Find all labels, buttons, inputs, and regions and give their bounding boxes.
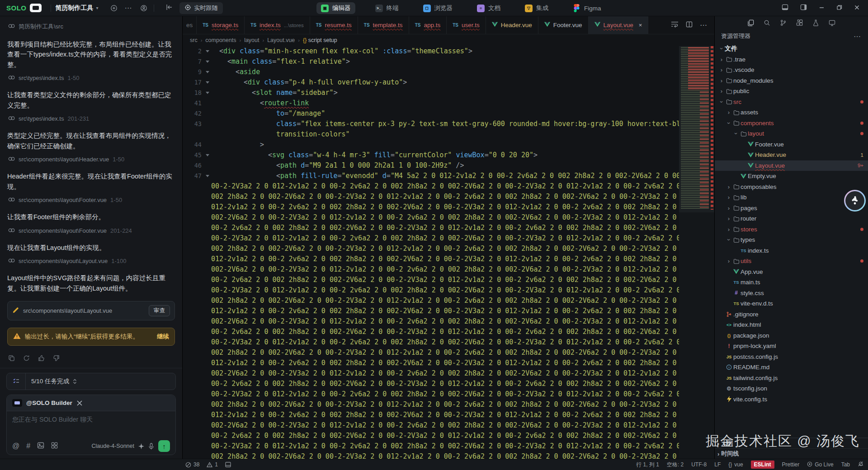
open-editors-icon[interactable]	[686, 21, 693, 29]
tree-item-index.html[interactable]: <>index.html	[715, 320, 868, 330]
code-line[interactable]: 00-2-2V3a2 2 0 012-2v1a2 2 0 00-2 2v6a2 …	[183, 389, 679, 400]
code-line[interactable]: 002 2h8a2 2 0 002-2V6a2 2 0 00-2-2V3a2 2…	[183, 451, 679, 459]
project-name[interactable]: 简历制作工具	[56, 4, 94, 12]
file-reference[interactable]: src\components\layout\Layout.vue1-100	[8, 258, 175, 264]
mode-tab-文档[interactable]: ≡文档	[472, 2, 505, 14]
code-line[interactable]: 17<div class="p-4 h-full overflow-y-auto…	[183, 77, 679, 88]
tree-section-files[interactable]: ›文件	[715, 43, 868, 54]
chevron-right-icon[interactable]: ›	[726, 226, 732, 233]
code-line[interactable]: 012-2v1a2 2 0 00-2 2v6a2 2 0 002 2h8a2 2…	[183, 410, 679, 420]
editor-tab-app.ts[interactable]: TSapp.ts	[409, 16, 447, 34]
tree-item-.gitignore[interactable]: .gitignore	[715, 309, 868, 320]
tree-item-src[interactable]: ›src	[715, 97, 868, 108]
chevron-right-icon[interactable]: ›	[726, 258, 732, 264]
tree-item-Header.vue[interactable]: Header.vue1	[715, 150, 868, 160]
editor-tab-template.ts[interactable]: TStemplate.ts	[358, 16, 409, 34]
breadcrumb-item[interactable]: layout	[244, 37, 259, 43]
code-line[interactable]: 18<slot name="sidebar">	[183, 88, 679, 98]
file-reference[interactable]: src\types\index.ts201-231	[8, 115, 175, 122]
mode-tab-编辑器[interactable]: ▣编辑器	[316, 2, 355, 14]
tree-item-assets[interactable]: ›assets	[715, 107, 868, 118]
editor-tab-user.ts[interactable]: TSuser.ts	[447, 16, 486, 34]
tree-item-tsconfig.json[interactable]: ⚙tsconfig.json	[715, 383, 868, 394]
tree-item-index.ts[interactable]: TSindex.ts	[715, 245, 868, 256]
editor-tab-storage.ts[interactable]: TSstorage.ts	[197, 16, 245, 34]
test-beaker-icon[interactable]	[812, 19, 819, 28]
fold-icon[interactable]	[203, 46, 211, 56]
code-line[interactable]: 002 2h8a2 2 0 002-2V6a2 2 0 00-2-2V3a2 2…	[183, 296, 679, 306]
search-icon[interactable]	[764, 19, 770, 28]
minimap[interactable]	[679, 46, 714, 459]
status-Tab[interactable]: Tab	[841, 461, 850, 468]
tree-item-Footer.vue[interactable]: Footer.vue	[715, 139, 868, 150]
chevron-right-icon[interactable]: ›	[718, 56, 725, 63]
breadcrumb[interactable]: src›components›layout›Layout.vue›{} scri…	[183, 34, 714, 46]
file-reference[interactable]: src\components\layout\Footer.vue201-224	[8, 227, 175, 234]
status-Go Live[interactable]: Go Live	[807, 461, 833, 468]
problems-errors[interactable]: 38	[185, 461, 199, 468]
fold-icon[interactable]	[203, 77, 211, 88]
image-icon[interactable]	[37, 442, 44, 451]
editor-tab-index.ts[interactable]: TSindex.ts...\stores	[245, 16, 310, 34]
edited-file-card[interactable]: src\components\layout\Layout.vue审查	[7, 301, 175, 320]
breadcrumb-item[interactable]: Layout.vue	[267, 37, 295, 43]
tree-item-App.vue[interactable]: App.vue	[715, 267, 868, 277]
panel-bottom-icon[interactable]	[782, 4, 788, 12]
tree-item-types[interactable]: ›types	[715, 235, 868, 245]
sparkle-icon[interactable]	[138, 443, 144, 449]
code-line[interactable]: 012-2v1a2 2 0 00-2 2v6a2 2 0 002 2h8a2 2…	[183, 306, 679, 316]
code-line[interactable]: 00-2 2v6a2 2 0 002 2h8a2 2 0 002-2V6a2 2…	[183, 327, 679, 337]
status-空格: 2[interactable]: 空格: 2	[667, 461, 684, 469]
live-follow-button[interactable]: 实时跟随	[179, 2, 223, 14]
task-progress-bar[interactable]: 5/10 任务完成	[6, 373, 176, 390]
breadcrumb-symbol[interactable]: {} script setup	[303, 37, 337, 43]
status-vue[interactable]: {}vue	[728, 461, 743, 468]
chevron-right-icon[interactable]: ›	[726, 194, 732, 201]
tree-item-utils[interactable]: ›utils	[715, 256, 868, 267]
chevron-down-icon[interactable]: ›	[726, 120, 732, 126]
tree-item-style.css[interactable]: #style.css	[715, 288, 868, 299]
code-line[interactable]: 00-2-2V3a2 2 0 012-2v1a2 2 0 00-2 2v6a2 …	[183, 337, 679, 348]
code-line[interactable]: 002 2h8a2 2 0 002-2V6a2 2 0 00-2-2V3a2 2…	[183, 244, 679, 254]
files-icon[interactable]	[747, 19, 754, 28]
extensions-icon[interactable]	[796, 19, 803, 28]
tree-item-router[interactable]: ›router	[715, 213, 868, 224]
code-line[interactable]: 45<svg class="w-4 h-4 mr-3" fill="curren…	[183, 150, 679, 160]
fold-icon[interactable]	[203, 56, 211, 67]
tree-item-README.md[interactable]: README.md	[715, 362, 868, 373]
editor-tab-resume.ts[interactable]: TSresume.ts	[310, 16, 358, 34]
file-reference[interactable]: src\components\layout\Header.vue1-50	[8, 156, 175, 163]
code-line[interactable]: 43class="flex items-center px-3 py-2 tex…	[183, 119, 679, 129]
tree-item-composables[interactable]: ›composables	[715, 182, 868, 193]
minimize-icon[interactable]	[819, 4, 825, 12]
tree-item-node_modules[interactable]: ›node_modules	[715, 75, 868, 86]
mode-tab-集成[interactable]: ▽集成	[520, 2, 553, 14]
code-line[interactable]: 002 2h8a2 2 0 002-2V6a2 2 0 00-2-2V3a2 2…	[183, 400, 679, 410]
tree-item-public[interactable]: ›public	[715, 86, 868, 97]
code-line[interactable]: 002 2h8a2 2 0 002-2V6a2 2 0 00-2-2V3a2 2…	[183, 192, 679, 202]
code-line[interactable]: 002-2V6a2 2 0 00-2-2V3a2 2 0 012-2v1a2 2…	[183, 264, 679, 275]
code-line[interactable]: 9<aside	[183, 67, 679, 77]
status-UTF-8[interactable]: UTF-8	[691, 461, 707, 468]
tree-item-package.json[interactable]: {}package.json	[715, 330, 868, 341]
fold-icon[interactable]	[203, 88, 211, 98]
more-icon[interactable]: ⋯	[125, 4, 133, 12]
code-line[interactable]: 47<path fill-rule="evenodd" d="M4 5a2 2 …	[183, 171, 679, 181]
mention-icon[interactable]: @	[12, 442, 19, 450]
editor-tab-Layout.vue[interactable]: Layout.vue×	[589, 16, 649, 34]
code-line[interactable]: 012-2v1a2 2 0 00-2 2v6a2 2 0 002 2h8a2 2…	[183, 254, 679, 264]
tree-item-main.ts[interactable]: TSmain.ts	[715, 277, 868, 288]
section-时间线[interactable]: ›时间线	[715, 448, 868, 459]
remote-monitor-icon[interactable]	[829, 19, 835, 28]
editor-tab-Footer.vue[interactable]: Footer.vue	[538, 16, 589, 34]
code-line[interactable]: transition-colors"	[183, 129, 679, 140]
collapse-panel-icon[interactable]	[166, 4, 173, 12]
code-editor[interactable]: 2<div class="min-h-screen flex flex-col"…	[183, 46, 679, 459]
code-line[interactable]: 00-2-2V3a2 2 0 012-2v1a2 2 0 00-2 2v6a2 …	[183, 233, 679, 244]
review-button[interactable]: 审查	[149, 305, 170, 316]
file-reference[interactable]: src\types\index.ts1-50	[8, 75, 175, 81]
account-icon[interactable]	[140, 5, 147, 12]
microphone-icon[interactable]	[148, 443, 154, 450]
code-line[interactable]: 2<div class="min-h-screen flex flex-col"…	[183, 46, 679, 56]
tree-item-stores[interactable]: ›stores	[715, 224, 868, 235]
